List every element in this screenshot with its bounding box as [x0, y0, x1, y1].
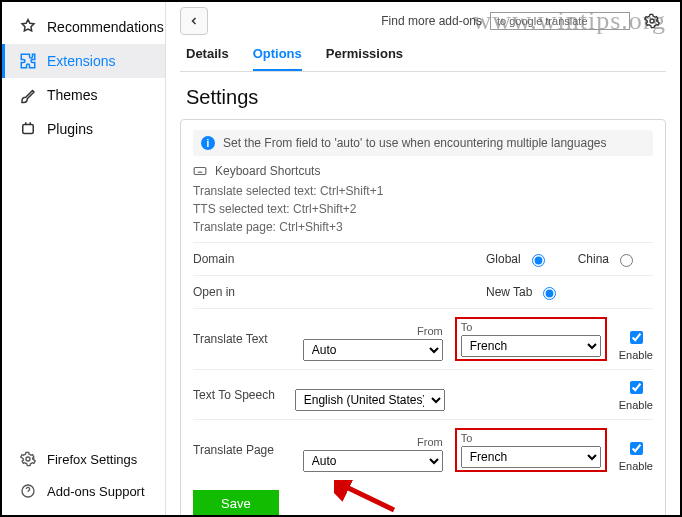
svg-point-1 [26, 457, 30, 461]
translate-page-to-select[interactable]: French [461, 446, 601, 468]
domain-label: Domain [193, 252, 288, 266]
enable-label: Enable [619, 349, 653, 361]
row-translate-page: Translate Page From Auto To French Enabl… [193, 419, 653, 480]
translate-text-to-select[interactable]: French [461, 335, 601, 357]
sidebar-item-extensions[interactable]: Extensions [2, 44, 165, 78]
sidebar-item-plugins[interactable]: Plugins [2, 112, 165, 146]
open-in-label: Open in [193, 285, 288, 299]
from-label: From [303, 436, 443, 448]
info-tip: i Set the From field to 'auto' to use wh… [193, 130, 653, 156]
radio-china[interactable]: China [578, 251, 636, 267]
keyboard-shortcuts-heading: Keyboard Shortcuts [193, 164, 653, 178]
kb-shortcut-line: Translate page: Ctrl+Shift+3 [193, 220, 653, 234]
row-tts: Text To Speech English (United States) E… [193, 369, 653, 419]
kb-shortcut-line: Translate selected text: Ctrl+Shift+1 [193, 184, 653, 198]
tts-label: Text To Speech [193, 388, 287, 402]
translate-page-label: Translate Page [193, 443, 288, 457]
from-label: From [303, 325, 443, 337]
sidebar-item-themes[interactable]: Themes [2, 78, 165, 112]
tab-permissions[interactable]: Permissions [326, 46, 403, 71]
settings-panel: i Set the From field to 'auto' to use wh… [180, 119, 666, 515]
info-text: Set the From field to 'auto' to use when… [223, 136, 606, 150]
translate-page-enable-checkbox[interactable] [630, 442, 643, 455]
tts-lang-select[interactable]: English (United States) [295, 389, 445, 411]
sidebar-label: Add-ons Support [47, 484, 145, 499]
row-open-in: Open in New Tab [193, 275, 653, 308]
tab-options[interactable]: Options [253, 46, 302, 71]
topbar: Find more add-ons to google translate [180, 2, 666, 40]
addons-settings-button[interactable] [638, 7, 666, 35]
sidebar: Recommendations Extensions Themes Plugin… [2, 2, 166, 515]
translate-page-from-select[interactable]: Auto [303, 450, 443, 472]
info-icon: i [201, 136, 215, 150]
highlight-box: To French [455, 317, 607, 361]
brush-icon [19, 86, 37, 104]
sidebar-label: Plugins [47, 121, 93, 137]
translate-text-enable-checkbox[interactable] [630, 331, 643, 344]
star-icon [19, 18, 37, 36]
translate-text-from-select[interactable]: Auto [303, 339, 443, 361]
sidebar-item-firefox-settings[interactable]: Firefox Settings [2, 443, 165, 475]
sidebar-label: Themes [47, 87, 98, 103]
to-label: To [461, 321, 601, 333]
sidebar-label: Firefox Settings [47, 452, 137, 467]
sidebar-label: Extensions [47, 53, 115, 69]
tab-details[interactable]: Details [186, 46, 229, 71]
keyboard-icon [193, 164, 207, 178]
kb-shortcut-line: TTS selected text: Ctrl+Shift+2 [193, 202, 653, 216]
content-area: Find more add-ons to google translate De… [166, 2, 680, 515]
radio-new-tab[interactable]: New Tab [486, 284, 559, 300]
gear-icon [19, 450, 37, 468]
tts-enable-checkbox[interactable] [630, 381, 643, 394]
search-addons-input[interactable]: to google translate [490, 12, 630, 30]
highlight-box: To French [455, 428, 607, 472]
enable-label: Enable [619, 399, 653, 411]
sidebar-item-recommendations[interactable]: Recommendations [2, 10, 165, 44]
plug-icon [19, 120, 37, 138]
help-icon [19, 482, 37, 500]
settings-heading: Settings [186, 86, 660, 109]
puzzle-icon [19, 52, 37, 70]
row-domain: Domain Global China [193, 242, 653, 275]
svg-rect-4 [194, 168, 206, 175]
sidebar-item-addons-support[interactable]: Add-ons Support [2, 475, 165, 507]
find-more-addons: Find more add-ons [381, 14, 482, 28]
svg-point-3 [650, 19, 654, 23]
save-button[interactable]: Save [193, 490, 279, 515]
back-button[interactable] [180, 7, 208, 35]
tabs: Details Options Permissions [180, 40, 666, 72]
sidebar-label: Recommendations [47, 19, 164, 35]
radio-global[interactable]: Global [486, 251, 548, 267]
to-label: To [461, 432, 601, 444]
enable-label: Enable [619, 460, 653, 472]
svg-rect-0 [23, 125, 34, 134]
row-translate-text: Translate Text From Auto To French Enabl… [193, 308, 653, 369]
translate-text-label: Translate Text [193, 332, 288, 346]
